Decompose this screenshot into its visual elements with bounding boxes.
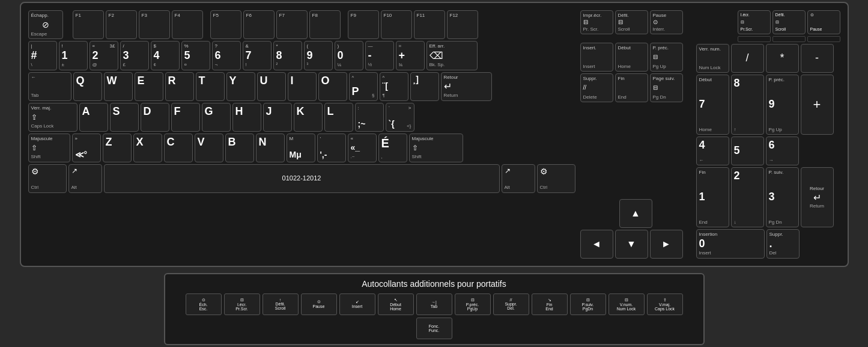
key-n[interactable]: N	[256, 134, 285, 162]
key-a[interactable]: A	[79, 103, 108, 132]
key-comma[interactable]: ' ',-	[317, 134, 346, 162]
sticker-key-numlock[interactable]: ⊟ V.num. Num Lock	[609, 293, 645, 315]
key-home[interactable]: Début Home	[615, 43, 648, 72]
key-5[interactable]: % 5 ¤	[181, 41, 210, 70]
key-o[interactable]: O	[318, 72, 347, 101]
key-f12[interactable]: F12	[447, 10, 478, 39]
key-semicolon[interactable]: : ;~	[355, 103, 384, 132]
key-f1[interactable]: F1	[73, 10, 104, 39]
key-f4[interactable]: F4	[172, 10, 203, 39]
key-np-5[interactable]: 5	[731, 137, 764, 165]
key-l[interactable]: L	[324, 103, 353, 132]
key-6[interactable]: ? 6 ¬	[212, 41, 241, 70]
key-q[interactable]: Q	[73, 72, 102, 101]
key-insert[interactable]: Insert. Insert	[580, 43, 613, 72]
key-np-8[interactable]: 8 ↑	[731, 75, 764, 135]
key-ctrl-l[interactable]: ⚙ Ctrl	[28, 164, 67, 193]
key-np-1[interactable]: Fin 1 End	[696, 167, 729, 227]
key-f8[interactable]: F8	[309, 10, 341, 39]
key-1[interactable]: ! 1 ±	[59, 41, 88, 70]
key-e[interactable]: E	[135, 72, 163, 101]
key-alt-r[interactable]: ↗ Alt	[502, 164, 535, 193]
key-0[interactable]: ) 0 ¼	[335, 41, 363, 70]
key-shift-l[interactable]: Majuscule ⇧ Shift	[28, 134, 70, 162]
key-z[interactable]: Z	[103, 134, 132, 162]
key-s[interactable]: S	[110, 103, 139, 132]
key-ctrl-r[interactable]: ⚙ Ctrl	[537, 164, 575, 193]
key-pause[interactable]: Pause ⊙ Interr.	[650, 10, 683, 34]
key-2[interactable]: « 2 @ 3£	[90, 41, 118, 70]
key-pr-scr-2[interactable]: I.écr. ⊟ Pr.Scr.	[738, 10, 771, 34]
sticker-key-esc[interactable]: ⊙ Éch. Esc.	[186, 293, 222, 315]
key-np-6[interactable]: 6 →	[766, 137, 799, 165]
key-np-3[interactable]: P. suiv. 3 Pg Dn	[766, 167, 799, 227]
sticker-key-prscr[interactable]: ⊟ I.écr. Pr.Scr.	[224, 293, 260, 315]
key-arrow-down[interactable]: ▼	[615, 230, 648, 259]
sticker-key-home[interactable]: ↖ Début Home	[378, 293, 414, 315]
key-u[interactable]: U	[257, 72, 286, 101]
key-print-screen[interactable]: Impr.écr. ⊟ Pr. Scr.	[580, 10, 613, 34]
key-bracket-l[interactable]: ^ ¨[ ¶	[380, 72, 408, 101]
key-c[interactable]: C	[164, 134, 193, 162]
key-np-dot[interactable]: Suppr. . Del	[766, 229, 800, 259]
key-v[interactable]: V	[195, 134, 223, 162]
key-alt-l[interactable]: ↗ Alt	[68, 164, 102, 193]
key-equals[interactable]: = + ¾	[396, 41, 425, 70]
key-y[interactable]: Y	[226, 72, 255, 101]
key-np-divide[interactable]: /	[731, 44, 764, 73]
key-f2[interactable]: F2	[106, 10, 137, 39]
key-escape[interactable]: Échapp. ⊘ Escape	[28, 10, 63, 39]
key-pgup[interactable]: P. préc. ⊟ Pg Up	[650, 43, 683, 72]
key-arrow-right[interactable]: ►	[650, 230, 683, 259]
key-7[interactable]: & 7 !	[243, 41, 272, 70]
sticker-key-insert[interactable]: ↙ Insert	[339, 293, 375, 315]
key-backspace[interactable]: Eff. arr. ⌫ Bk. Sp.	[426, 41, 478, 70]
key-period[interactable]: « «_ .~	[348, 134, 377, 162]
key-bracket-r[interactable]: ¸]	[410, 72, 439, 101]
sticker-key-func[interactable]: Fonc. Func.	[416, 318, 452, 339]
key-k[interactable]: K	[294, 103, 323, 132]
key-delete[interactable]: Suppr. // Delete	[580, 73, 613, 102]
key-backtick[interactable]: | # \	[28, 41, 57, 70]
key-pgdn[interactable]: Page suiv. ⊟ Pg Dn	[650, 73, 683, 102]
key-eacute[interactable]: É ,	[378, 134, 407, 162]
sticker-key-end[interactable]: ↘ Fin End	[532, 293, 568, 315]
key-np-4[interactable]: 4 ←	[696, 137, 729, 165]
key-g[interactable]: G	[202, 103, 231, 132]
key-b[interactable]: B	[225, 134, 254, 162]
key-f3[interactable]: F3	[139, 10, 170, 39]
key-i[interactable]: I	[288, 72, 317, 101]
key-j[interactable]: J	[263, 103, 292, 132]
key-np-enter[interactable]: Retour ↵ Return	[801, 167, 834, 227]
key-np-2[interactable]: 2 ↓	[731, 167, 764, 227]
sticker-key-pause[interactable]: ⊙ Pause	[301, 293, 337, 315]
key-caps-lock[interactable]: Verr. maj. ⇪ Caps Lock	[28, 103, 77, 132]
sticker-key-tab[interactable]: →| Tab	[416, 293, 452, 315]
key-np-multiply[interactable]: *	[766, 44, 799, 73]
key-9[interactable]: ( 9 ³	[304, 41, 333, 70]
key-f9[interactable]: F9	[348, 10, 379, 39]
key-f10[interactable]: F10	[381, 10, 412, 39]
key-return[interactable]: Retour ↵ Return	[441, 72, 492, 101]
key-np-9[interactable]: P. préc. 9 Pg Up	[766, 75, 799, 135]
key-pause-2[interactable]: ⊙ Pause	[807, 10, 840, 34]
key-w[interactable]: W	[104, 72, 133, 101]
key-f7[interactable]: F7	[276, 10, 308, 39]
key-angle[interactable]: » ≪°	[72, 134, 101, 162]
key-m[interactable]: M Mμ	[287, 134, 315, 162]
key-3[interactable]: / 3 £	[120, 41, 149, 70]
key-t[interactable]: T	[196, 72, 225, 101]
key-tab[interactable]: ← Tab	[28, 72, 71, 101]
key-d[interactable]: D	[141, 103, 169, 132]
key-scroll-2[interactable]: Défil. ⊟ Scroll	[772, 10, 806, 34]
key-shift-r[interactable]: Majuscule ⇧ Shift	[409, 134, 463, 162]
key-np-7[interactable]: Début 7 Home	[696, 75, 729, 135]
key-arrow-left[interactable]: ◄	[580, 230, 613, 259]
key-x[interactable]: X	[133, 134, 162, 162]
key-np-minus[interactable]: -	[801, 44, 834, 73]
key-space[interactable]: 01022-12012	[104, 164, 500, 193]
key-h[interactable]: H	[232, 103, 261, 132]
sticker-key-capslock[interactable]: ⇪ V.maj. Caps Lock	[647, 293, 683, 315]
sticker-key-del[interactable]: // Suppr. Del.	[493, 293, 529, 315]
key-quote[interactable]: ` `{ > <}	[386, 103, 414, 132]
